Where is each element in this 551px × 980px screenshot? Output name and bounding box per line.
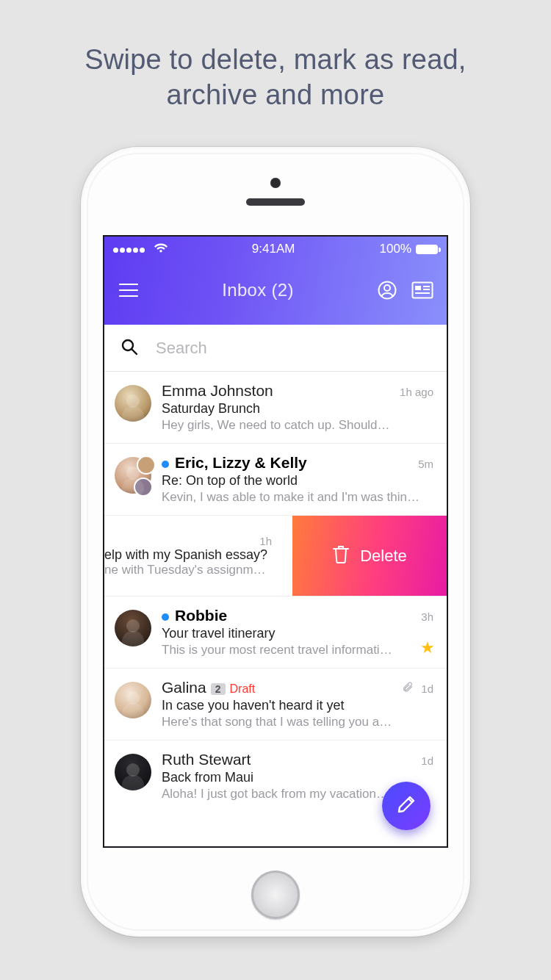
- nav-bar: Inbox (2): [104, 262, 447, 325]
- menu-icon[interactable]: [116, 278, 141, 303]
- sender-name: Ruth Stewart: [162, 751, 251, 768]
- status-bar: 9:41AM 100%: [104, 237, 447, 262]
- account-icon[interactable]: [375, 278, 400, 303]
- email-time: 1d: [421, 754, 433, 767]
- trash-icon: [332, 544, 350, 568]
- draft-label: Draft: [230, 682, 256, 696]
- email-preview: ne with Tuesday's assignm…: [104, 563, 282, 577]
- home-button[interactable]: [251, 871, 300, 919]
- email-row[interactable]: Robbie 3h Your travel itinerary This is …: [104, 597, 447, 669]
- compose-button[interactable]: [382, 782, 431, 830]
- search-input[interactable]: [156, 339, 431, 358]
- avatar: [115, 385, 151, 422]
- email-subject: Saturday Brunch: [162, 401, 433, 417]
- unread-dot-icon: [162, 461, 169, 468]
- signal-wifi: [113, 242, 168, 256]
- sender-name: Galina: [162, 679, 206, 696]
- star-icon[interactable]: ★: [420, 638, 435, 657]
- attachment-icon: [402, 682, 417, 695]
- email-time: 1h ago: [400, 386, 433, 398]
- avatar: [115, 682, 151, 718]
- svg-rect-3: [415, 286, 421, 290]
- pencil-icon: [396, 794, 417, 818]
- email-time: 1h: [104, 535, 282, 547]
- phone-camera: [270, 178, 281, 188]
- email-subject: Back from Maui: [162, 770, 433, 785]
- email-row[interactable]: Galina 2 Draft 1d In case you haven't he…: [104, 669, 447, 741]
- swipe-delete-label: Delete: [360, 547, 407, 566]
- svg-line-8: [132, 349, 137, 354]
- phone-speaker: [246, 198, 305, 206]
- email-time: 5m: [418, 458, 433, 470]
- phone-frame: 9:41AM 100% Inbox (2): [81, 147, 470, 937]
- promo-heading: Swipe to delete, mark as read, archive a…: [0, 43, 551, 112]
- email-subject: elp with my Spanish essay?: [104, 547, 282, 563]
- app-screen: 9:41AM 100% Inbox (2): [103, 235, 448, 848]
- news-icon[interactable]: [410, 278, 435, 303]
- email-preview: Here's that song that I was telling you …: [162, 715, 433, 729]
- nav-title[interactable]: Inbox (2): [141, 280, 375, 300]
- top-bar: 9:41AM 100% Inbox (2): [104, 237, 447, 325]
- status-battery: 100%: [380, 242, 438, 256]
- email-preview: Hey girls, We need to catch up. Should…: [162, 418, 433, 433]
- status-time: 9:41AM: [252, 242, 295, 256]
- email-time: 1d: [402, 681, 433, 695]
- email-subject: Your travel itinerary: [162, 626, 433, 641]
- avatar-group: [115, 457, 151, 494]
- email-row-swiped[interactable]: 1h elp with my Spanish essay? ne with Tu…: [104, 516, 447, 597]
- search-icon: [120, 338, 138, 359]
- sender-name: Eric, Lizzy & Kelly: [175, 454, 307, 472]
- search-row[interactable]: [104, 325, 447, 372]
- sender-name: Robbie: [175, 607, 227, 624]
- email-preview: Kevin, I was able to make it and I'm was…: [162, 490, 433, 505]
- email-time: 3h: [421, 610, 433, 623]
- email-preview: This is your most recent travel informat…: [162, 643, 433, 657]
- wifi-icon: [154, 242, 168, 256]
- sender-name: Emma Johnston: [162, 382, 273, 400]
- svg-point-1: [384, 285, 390, 291]
- swipe-delete-button[interactable]: Delete: [292, 516, 447, 596]
- avatar: [115, 610, 151, 646]
- email-row[interactable]: Eric, Lizzy & Kelly 5m Re: On top of the…: [104, 444, 447, 516]
- avatar: [115, 754, 151, 790]
- thread-count-badge: 2: [211, 683, 226, 695]
- unread-dot-icon: [162, 613, 169, 621]
- email-subject: Re: On top of the world: [162, 473, 433, 489]
- email-subject: In case you haven't heard it yet: [162, 698, 433, 713]
- email-row[interactable]: Emma Johnston 1h ago Saturday Brunch Hey…: [104, 372, 447, 444]
